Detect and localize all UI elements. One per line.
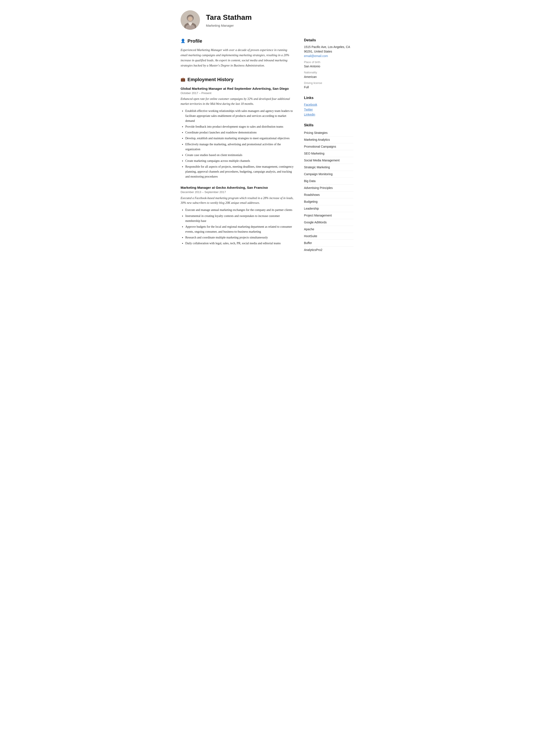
skill-item: Campaign Monitoring	[304, 171, 353, 178]
driving-license: Full	[304, 85, 353, 90]
link-linkedin[interactable]: Linkedin	[304, 112, 353, 117]
employment-section-heading: 💼 Employment History	[181, 76, 294, 83]
details-heading: Details	[304, 38, 353, 43]
skill-item: Advertising Principles	[304, 185, 353, 192]
header: Tara Statham Marketing Manager	[181, 10, 353, 30]
job-1-summary: Enhanced open rate for online customer c…	[181, 96, 294, 106]
nationality-label: Nationality	[304, 70, 353, 75]
side-column: Details 1515 Pacific Ave, Los Angeles, C…	[304, 38, 353, 259]
job-2-bullets: Execute and manage annual marketing exch…	[181, 207, 294, 246]
resume-page: Tara Statham Marketing Manager 👤 Profile…	[170, 0, 364, 272]
job-1-dates: October 2017 – Present	[181, 91, 294, 95]
address: 1515 Pacific Ave, Los Angeles, CA 90291,…	[304, 45, 353, 54]
profile-label: Profile	[188, 38, 202, 44]
email: email@email.com	[304, 54, 353, 58]
header-name: Tara Statham	[206, 12, 252, 23]
list-item: Establish effective working relationship…	[185, 108, 294, 123]
list-item: Create marketing campaigns across multip…	[185, 158, 294, 163]
skill-item: Project Management	[304, 212, 353, 219]
skills-heading: Skills	[304, 122, 353, 128]
list-item: Daily collaboration with legal, sales, t…	[185, 241, 294, 246]
body-columns: 👤 Profile Experienced Marketing Manager …	[181, 38, 353, 259]
details-section: Details 1515 Pacific Ave, Los Angeles, C…	[304, 38, 353, 90]
place-of-birth: San Antonio	[304, 64, 353, 68]
skill-item: Big Data	[304, 178, 353, 185]
skill-item: Strategic Marketing	[304, 164, 353, 171]
list-item: Provide feedback into product developmen…	[185, 124, 294, 129]
list-item: Create case studies based on client test…	[185, 152, 294, 157]
header-job-title: Marketing Manager	[206, 23, 252, 28]
list-item: Execute and manage annual marketing exch…	[185, 207, 294, 212]
skill-item: Budgeting	[304, 199, 353, 205]
skills-section: Skills Pricing Strategies Marketing Anal…	[304, 122, 353, 254]
skill-item: SEO Marketing	[304, 150, 353, 157]
skill-item: Apache	[304, 226, 353, 233]
employment-label: Employment History	[188, 76, 234, 83]
skill-item: Social Media Management	[304, 157, 353, 164]
list-item: Effectively manage the marketing, advert…	[185, 142, 294, 152]
skill-item: Pricing Strategies	[304, 129, 353, 136]
place-of-birth-label: Place of birth	[304, 60, 353, 64]
skill-item: Buffer	[304, 240, 353, 247]
job-2-dates: December 2013 – September 2017	[181, 190, 294, 194]
driving-license-label: Driving license	[304, 81, 353, 85]
header-text: Tara Statham Marketing Manager	[206, 12, 252, 28]
job-1: Global Marketing Manager at Red Septembe…	[181, 86, 294, 179]
job-1-bullets: Establish effective working relationship…	[181, 108, 294, 179]
list-item: Responsible for all aspects of projects,…	[185, 164, 294, 179]
list-item: Research and coordinate multiple marketi…	[185, 235, 294, 240]
job-2: Marketing Manager at Gecko Advertising, …	[181, 185, 294, 246]
skill-item: Google AdWords	[304, 219, 353, 226]
list-item: Coordinate product launches and roadshow…	[185, 130, 294, 135]
employment-icon: 💼	[181, 77, 185, 82]
links-heading: Links	[304, 95, 353, 101]
profile-text: Experienced Marketing Manager with over …	[181, 47, 294, 68]
skill-item: Roadshows	[304, 192, 353, 199]
main-column: 👤 Profile Experienced Marketing Manager …	[181, 38, 294, 259]
skill-item: Marketing Analytics	[304, 136, 353, 143]
avatar	[181, 10, 200, 30]
skill-item: Promotional Campaigns	[304, 143, 353, 150]
list-item: Instrumental in creating loyalty contest…	[185, 213, 294, 223]
profile-icon: 👤	[181, 38, 185, 44]
list-item: Develop, establish and maintain marketin…	[185, 136, 294, 141]
list-item: Approve budgets for the local and region…	[185, 224, 294, 234]
nationality: American	[304, 75, 353, 79]
job-2-title: Marketing Manager at Gecko Advertising, …	[181, 185, 294, 190]
skill-item: AnalyticsPro2	[304, 247, 353, 253]
links-section: Links Facebook Twitter Linkedin	[304, 95, 353, 117]
job-2-summary: Executed a Facebook-based marketing prog…	[181, 196, 294, 205]
profile-section-heading: 👤 Profile	[181, 38, 294, 44]
link-facebook[interactable]: Facebook	[304, 102, 353, 107]
link-twitter[interactable]: Twitter	[304, 107, 353, 112]
skill-item: HootSuite	[304, 233, 353, 240]
svg-point-5	[188, 17, 192, 21]
job-1-title: Global Marketing Manager at Red Septembe…	[181, 86, 294, 91]
skill-item: Leadership	[304, 205, 353, 212]
